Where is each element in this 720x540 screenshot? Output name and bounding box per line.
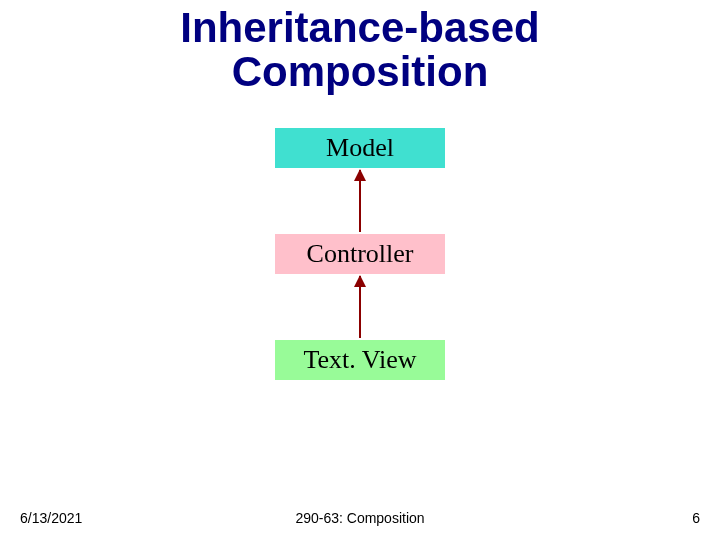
box-model-label: Model: [326, 133, 394, 163]
box-textview: Text. View: [275, 340, 445, 380]
arrow-head-icon: [354, 169, 366, 181]
arrow-head-icon: [354, 275, 366, 287]
footer-page-number: 6: [692, 510, 700, 526]
box-controller: Controller: [275, 234, 445, 274]
box-textview-label: Text. View: [303, 345, 416, 375]
title-line-1: Inheritance-based: [180, 4, 539, 51]
box-model: Model: [275, 128, 445, 168]
box-controller-label: Controller: [307, 239, 414, 269]
arrow-model-controller: [359, 170, 361, 232]
arrow-controller-textview: [359, 276, 361, 338]
slide-title: Inheritance-based Composition: [0, 6, 720, 94]
title-line-2: Composition: [232, 48, 489, 95]
footer-course: 290-63: Composition: [0, 510, 720, 526]
